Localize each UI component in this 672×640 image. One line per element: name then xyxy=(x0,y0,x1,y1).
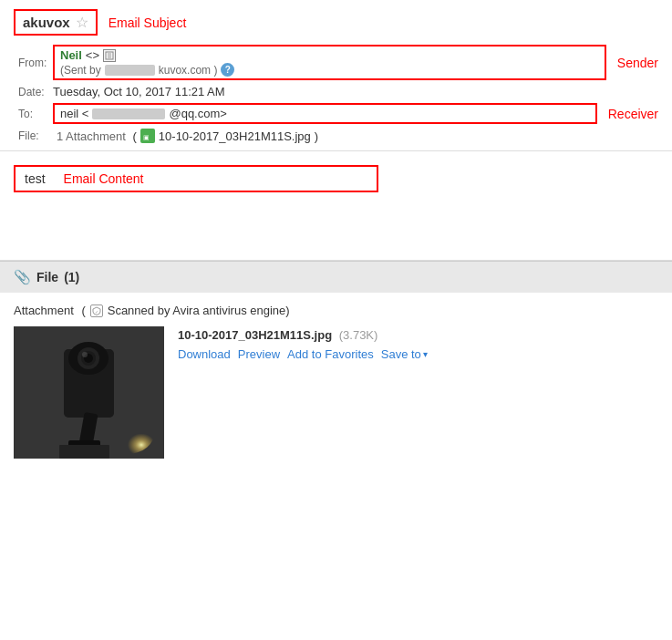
email-body: test Email Content xyxy=(0,151,672,261)
receiver-box: neil < @qq.com> xyxy=(53,103,597,124)
svg-point-18 xyxy=(82,352,88,357)
sent-by-domain: kuvox.com ) xyxy=(159,64,218,77)
file-label: File: xyxy=(18,129,53,142)
attachment-section: Attachment ( ✓ Scanned by Avira antiviru… xyxy=(0,293,672,470)
file-section-header: 📎 File (1) xyxy=(0,261,672,293)
sent-by-prefix: (Sent by xyxy=(60,64,101,77)
date-value: Tuesday, Oct 10, 2017 11:21 AM xyxy=(53,85,225,98)
sender-name: Neil xyxy=(60,48,82,62)
attachment-count: 1 Attachment xyxy=(57,129,126,143)
sender-email: <> xyxy=(86,48,99,62)
attachment-size: (3.73K) xyxy=(339,328,378,342)
from-label: From: xyxy=(18,57,53,69)
add-to-favorites-link[interactable]: Add to Favorites xyxy=(287,347,374,361)
sender-label: Sender xyxy=(617,56,658,70)
subject-text: akuvox xyxy=(23,15,70,30)
save-to-label: Save to xyxy=(381,347,421,361)
file-type-icon: ▣ xyxy=(140,129,155,143)
attachment-info: 10-10-2017_03H21M11S.jpg (3.73K) Downloa… xyxy=(178,326,658,361)
subject-box: akuvox ☆ xyxy=(14,9,98,36)
attachment-actions: Download Preview Add to Favorites Save t… xyxy=(178,347,658,361)
recipient-name: neil < xyxy=(60,107,88,120)
svg-text:▣: ▣ xyxy=(143,134,150,140)
paperclip-icon: 📎 xyxy=(14,269,31,285)
svg-text:✓: ✓ xyxy=(95,308,98,314)
attachment-filename-text: 10-10-2017_03H21M11S.jpg xyxy=(178,328,332,342)
from-row: From: Neil <> (Sent by xyxy=(18,43,658,82)
receiver-label: Receiver xyxy=(608,107,658,121)
file-paren-close: ) xyxy=(315,129,318,143)
email-header: akuvox ☆ Email Subject From: Neil <> xyxy=(0,0,672,151)
sent-by-blurred xyxy=(105,65,155,76)
meta-section: From: Neil <> (Sent by xyxy=(18,43,658,146)
dropdown-arrow-icon: ▾ xyxy=(423,349,428,359)
attachment-label-text: Attachment xyxy=(14,304,74,317)
save-to-button[interactable]: Save to ▾ xyxy=(381,347,428,361)
file-section-count: (1) xyxy=(64,270,79,284)
subject-label: Email Subject xyxy=(109,15,187,30)
attachment-name-row: 10-10-2017_03H21M11S.jpg (3.73K) xyxy=(178,328,658,342)
help-icon[interactable]: ? xyxy=(221,63,234,77)
star-icon[interactable]: ☆ xyxy=(76,14,88,31)
attachment-filename: 10-10-2017_03H21M11S.jpg xyxy=(159,129,311,143)
sender-box: Neil <> (Sent by kuvox.com ) xyxy=(53,45,606,80)
to-label: To: xyxy=(18,108,53,120)
body-text: test xyxy=(25,171,46,186)
recipient-domain: @qq.com> xyxy=(169,107,226,120)
download-link[interactable]: Download xyxy=(178,347,231,361)
scanned-text: Scanned by Avira antivirus engine) xyxy=(108,304,290,317)
attachment-thumbnail[interactable] xyxy=(14,326,164,459)
to-row: To: neil < @qq.com> Receiver xyxy=(18,101,658,126)
body-content-box: test Email Content xyxy=(14,165,378,192)
body-label: Email Content xyxy=(64,171,144,186)
recipient-blurred xyxy=(92,108,165,119)
attachment-content: 10-10-2017_03H21M11S.jpg (3.73K) Downloa… xyxy=(14,326,658,459)
address-book-icon[interactable] xyxy=(103,49,116,62)
date-row: Date: Tuesday, Oct 10, 2017 11:21 AM xyxy=(18,82,658,101)
file-row: File: 1 Attachment ( ▣ 10-10-2017_03H21M… xyxy=(18,126,658,146)
avira-shield-icon: ✓ xyxy=(90,305,103,317)
sent-by-row: (Sent by kuvox.com ) ? xyxy=(60,63,599,77)
subject-line: akuvox ☆ Email Subject xyxy=(14,9,658,36)
svg-rect-16 xyxy=(59,445,109,459)
attachment-label-row: Attachment ( ✓ Scanned by Avira antiviru… xyxy=(14,304,658,317)
paren-open: ( xyxy=(78,304,86,317)
preview-link[interactable]: Preview xyxy=(238,347,280,361)
svg-point-17 xyxy=(100,408,155,454)
file-paren-open: ( xyxy=(129,129,137,143)
date-label: Date: xyxy=(18,86,53,98)
sender-inner: Neil <> xyxy=(60,48,599,62)
file-section-title: File xyxy=(36,270,58,284)
